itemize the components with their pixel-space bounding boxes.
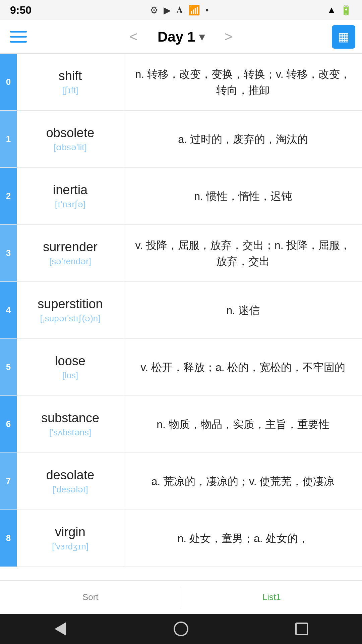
day-title-text: Day 1 [158,29,195,45]
back-button[interactable] [50,619,70,639]
row-word: shift [ʃɪft] [17,54,124,110]
word-phonetic: ['sʌbstəns] [49,427,92,438]
hamburger-line-3 [10,41,27,43]
home-icon [174,622,188,636]
row-index: 7 [0,453,17,509]
word-english: shift [59,69,82,83]
hamburger-line-2 [10,36,27,38]
row-index: 4 [0,282,17,338]
row-index: 0 [0,54,17,110]
dropdown-arrow-icon[interactable]: ▾ [199,31,204,43]
tab-label: Sort [82,592,99,602]
battery-icon: 🔋 [340,5,352,16]
row-definition: n. 物质，物品，实质，主旨，重要性 [124,396,362,452]
row-definition: n. 转移，改变，变换，转换；v. 转移，改变，转向，推卸 [124,54,362,110]
grid-view-button[interactable]: ▦ [332,25,355,49]
prev-day-button[interactable]: < [123,26,144,48]
row-index: 1 [0,111,17,167]
word-english: substance [41,411,99,425]
row-definition: n. 处女，童男；a. 处女的， [124,510,362,567]
word-english: surrender [43,240,98,254]
word-row[interactable]: 6 substance ['sʌbstəns] n. 物质，物品，实质，主旨，重… [0,396,362,453]
word-phonetic: [sə'rendər] [49,256,91,267]
row-word: desolate ['desələt] [17,453,124,509]
row-definition: n. 迷信 [124,282,362,338]
word-row[interactable]: 8 virgin ['vɜrdʒɪn] n. 处女，童男；a. 处女的， [0,510,362,567]
word-row[interactable]: 4 superstition [ˌsupər'stɪʃ(ə)n] n. 迷信 [0,282,362,339]
word-english: obsolete [46,126,95,140]
word-phonetic: ['vɜrdʒɪn] [52,541,88,552]
row-word: surrender [sə'rendər] [17,225,124,281]
row-word: superstition [ˌsupər'stɪʃ(ə)n] [17,282,124,338]
wifi-status-icon: 📶 [188,5,200,16]
word-list: 0 shift [ʃɪft] n. 转移，改变，变换，转换；v. 转移，改变，转… [0,54,362,580]
word-english: superstition [38,297,103,311]
dot-status-icon: • [205,5,209,15]
signal-icon: ▲ [327,5,336,15]
word-row[interactable]: 0 shift [ʃɪft] n. 转移，改变，变换，转换；v. 转移，改变，转… [0,54,362,111]
word-row[interactable]: 7 desolate ['desələt] a. 荒凉的，凄凉的；v. 使荒芜，… [0,453,362,510]
row-word: obsolete [ɑbsə'lit] [17,111,124,167]
word-row[interactable]: 1 obsolete [ɑbsə'lit] a. 过时的，废弃的，淘汰的 [0,111,362,168]
bottom-tab-bar: SortList1 [0,580,362,614]
row-definition: v. 松开，释放；a. 松的，宽松的，不牢固的 [124,339,362,395]
word-row[interactable]: 3 surrender [sə'rendər] v. 投降，屈服，放弃，交出；n… [0,225,362,282]
app-header: < Day 1 ▾ > ▦ [0,20,362,54]
hamburger-line-1 [10,31,27,33]
recents-button[interactable] [292,619,312,639]
status-right: ▲ 🔋 [327,5,352,16]
row-index: 3 [0,225,17,281]
play-status-icon: ▶ [164,5,171,16]
header-navigation: < Day 1 ▾ > [123,26,239,48]
row-definition: v. 投降，屈服，放弃，交出；n. 投降，屈服，放弃，交出 [124,225,362,281]
word-english: desolate [46,468,95,482]
row-definition: a. 过时的，废弃的，淘汰的 [124,111,362,167]
row-definition: a. 荒凉的，凄凉的；v. 使荒芜，使凄凉 [124,453,362,509]
font-status-icon: 𝐀 [176,5,183,16]
word-row[interactable]: 5 loose [lus] v. 松开，释放；a. 松的，宽松的，不牢固的 [0,339,362,396]
row-index: 8 [0,510,17,567]
status-time: 9:50 [10,4,32,16]
row-index: 6 [0,396,17,452]
word-phonetic: ['desələt] [52,484,88,495]
row-word: inertia [ɪ'nɜrʃə] [17,168,124,224]
day-title: Day 1 ▾ [158,29,204,45]
word-english: virgin [55,525,85,539]
gear-status-icon: ⚙ [150,5,158,16]
android-nav-bar [0,614,362,644]
status-bar: 9:50 ⚙ ▶ 𝐀 📶 • ▲ 🔋 [0,0,362,20]
menu-button[interactable] [7,25,30,49]
word-phonetic: [ˌsupər'stɪʃ(ə)n] [40,313,101,324]
row-word: loose [lus] [17,339,124,395]
tab-item-sort[interactable]: Sort [0,581,181,614]
row-index: 5 [0,339,17,395]
word-row[interactable]: 2 inertia [ɪ'nɜrʃə] n. 惯性，惰性，迟钝 [0,168,362,225]
word-phonetic: [ɑbsə'lit] [54,142,87,153]
row-index: 2 [0,168,17,224]
word-phonetic: [ʃɪft] [62,85,78,96]
back-icon [55,622,66,636]
word-phonetic: [lus] [62,370,78,381]
tab-label: List1 [262,592,281,602]
row-word: substance ['sʌbstəns] [17,396,124,452]
word-english: inertia [53,183,88,197]
word-phonetic: [ɪ'nɜrʃə] [55,199,86,210]
row-definition: n. 惯性，惰性，迟钝 [124,168,362,224]
status-icons: ⚙ ▶ 𝐀 📶 • [150,5,209,16]
next-day-button[interactable]: > [218,26,239,48]
home-button[interactable] [171,619,191,639]
tab-item-list1[interactable]: List1 [181,581,362,614]
row-word: virgin ['vɜrdʒɪn] [17,510,124,567]
word-english: loose [55,354,85,368]
recents-icon [295,623,308,635]
grid-icon: ▦ [338,30,349,44]
